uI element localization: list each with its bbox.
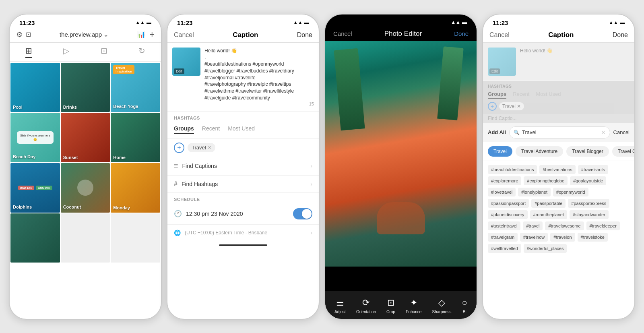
- find-captions-row[interactable]: ≡ Find Captions ›: [167, 157, 319, 176]
- tab-refresh[interactable]: ↻: [138, 46, 145, 58]
- grid-item-bottom[interactable]: [10, 213, 60, 263]
- cancel-button[interactable]: Cancel: [174, 31, 194, 39]
- hashtags-section-label: HASHTAGS: [167, 112, 319, 122]
- ht-wonderful-places[interactable]: #wonderful_places: [524, 244, 567, 253]
- add-icon[interactable]: +: [149, 30, 155, 39]
- chip-travel-blogger[interactable]: Travel Blogger: [566, 146, 609, 157]
- schedule-tz-row[interactable]: 🌐 (UTC +10:00) Eastern Time - Brisbane ›: [167, 225, 319, 241]
- wifi-icon-2: ▲▲: [293, 20, 303, 25]
- ht-travelon[interactable]: #travelon: [550, 233, 575, 242]
- tab-recent[interactable]: Recent: [202, 125, 220, 134]
- ht-passportable[interactable]: #passportable: [531, 199, 566, 208]
- tool-crop[interactable]: ⊡ Crop: [386, 298, 395, 314]
- find-hashtags-row[interactable]: # Find Hashtags ›: [167, 176, 319, 193]
- grid-label-coconut: Coconut: [63, 205, 81, 209]
- ht-travel[interactable]: #travel: [523, 221, 543, 230]
- ht-bestvacations[interactable]: #bestvacations: [539, 165, 575, 174]
- pe-cancel-button[interactable]: Cancel: [333, 30, 352, 37]
- battery-icon-4: ▬: [620, 20, 625, 25]
- schedule-time-value: 12:30 pm 23 Nov 2020: [186, 211, 243, 217]
- phone4-overlay-section: HASHTAGS Groups Recent Most Used + Trave…: [483, 81, 634, 114]
- tool-adjust[interactable]: ⚌ Adjust: [334, 298, 346, 314]
- grid-item-empty2: [111, 213, 160, 263]
- travel-chip-label: Travel: [192, 145, 206, 151]
- grid-item-drinks[interactable]: Drinks: [61, 63, 110, 112]
- ht-tasteintravel[interactable]: #tasteintravel: [488, 221, 520, 230]
- grid-label-dolphins: Dolphins: [13, 205, 32, 209]
- edit-label[interactable]: Edit: [174, 68, 184, 74]
- tab-most-used[interactable]: Most Used: [228, 125, 255, 134]
- chip-travel[interactable]: Travel: [488, 146, 512, 157]
- phone4-done[interactable]: Done: [613, 31, 628, 39]
- ht-exploremore[interactable]: #exploremore: [488, 176, 521, 185]
- ht-travelstoke[interactable]: #travelstoke: [578, 233, 608, 242]
- done-button[interactable]: Done: [297, 31, 312, 39]
- schedule-toggle[interactable]: [293, 208, 312, 219]
- tab-grid[interactable]: ⊞: [25, 46, 32, 58]
- status-bar-1: 11:23 ▲▲ ▬: [10, 14, 161, 28]
- ht-travelnow[interactable]: #travelnow: [520, 233, 548, 242]
- phone-2: 11:23 ▲▲ ▬ Cancel Caption Done Edit Hell…: [167, 14, 320, 320]
- hashtag-search-input[interactable]: 🔍 Travel ✕: [509, 126, 610, 139]
- ht-openmyworld[interactable]: #openmyworld: [553, 188, 588, 196]
- ht-travelgram[interactable]: #travelgram: [488, 233, 518, 242]
- phone4-post-area: Edit Hello world! 👋: [483, 43, 634, 81]
- ht-passionpassport[interactable]: #passionpassport: [488, 199, 529, 208]
- ht-lonelyplanet[interactable]: #lonelyplanet: [518, 188, 551, 196]
- tool-bl[interactable]: ○ Bl: [462, 298, 467, 314]
- ht-passportexpress[interactable]: #passportexpress: [568, 199, 609, 208]
- ht-beautifuldestinations[interactable]: #beautifuldestinations: [488, 165, 537, 174]
- ht-roamtheplanet[interactable]: #roamtheplanet: [530, 210, 567, 219]
- grid-item-home[interactable]: Home: [111, 113, 160, 162]
- find-captions-icon: ≡: [174, 162, 178, 170]
- grid-item-coconut[interactable]: Coconut: [61, 163, 110, 213]
- grid-label-monday: Monday: [113, 205, 130, 210]
- ht-lovetravel[interactable]: #lovetravel: [488, 188, 516, 196]
- grid-label-home: Home: [113, 155, 126, 160]
- tab-video[interactable]: ▷: [63, 46, 69, 58]
- cancel-search-button[interactable]: Cancel: [613, 129, 630, 135]
- add-group-button[interactable]: +: [174, 143, 184, 153]
- tool-sharpness[interactable]: ◇ Sharpness: [432, 298, 452, 314]
- ht-exploringtheglobe[interactable]: #exploringtheglobe: [524, 176, 568, 185]
- ht-welltravelled[interactable]: #welltravelled: [488, 244, 521, 253]
- phone4-edit: Edit: [489, 68, 500, 74]
- chart-icon[interactable]: 📊: [137, 31, 145, 38]
- pe-done-button[interactable]: Done: [454, 30, 469, 37]
- ht-stayandwander[interactable]: #stayandwander: [570, 210, 609, 219]
- enhance-label: Enhance: [406, 310, 421, 314]
- caption-text[interactable]: Hello world! 👋. #beautifuldestinations #…: [204, 48, 314, 101]
- status-bar-4: 11:23 ▲▲ ▬: [483, 14, 634, 28]
- post-thumbnail[interactable]: Edit: [172, 48, 200, 76]
- tool-orientation[interactable]: ⟳ Orientation: [356, 298, 376, 314]
- grid-item-beach-yoga[interactable]: TravelInspiration Beach Yoga: [111, 63, 160, 112]
- grid-label-drinks: Drinks: [63, 105, 77, 110]
- ht-travelawesome[interactable]: #travelawesome: [545, 221, 584, 230]
- remove-travel-chip[interactable]: ✕: [208, 145, 211, 150]
- grid-item-sunset[interactable]: Sunset: [61, 113, 110, 162]
- tool-enhance[interactable]: ✦ Enhance: [406, 298, 421, 314]
- status-bar-2: 11:23 ▲▲ ▬: [167, 14, 319, 28]
- ht-traveldeeper[interactable]: #traveldeeper: [586, 221, 620, 230]
- home-bar-2: [167, 241, 319, 248]
- phone4-cancel[interactable]: Cancel: [489, 31, 510, 39]
- grid-item-beach-day[interactable]: Slide if you're seen here😊 Beach Day: [10, 113, 60, 162]
- travel-chip[interactable]: Travel ✕: [188, 143, 215, 152]
- ht-travelshots[interactable]: #travelshots: [578, 165, 608, 174]
- tab-stories[interactable]: ⊡: [101, 46, 107, 58]
- time-2: 11:23: [177, 19, 192, 26]
- photo-icon[interactable]: ⊡: [26, 31, 31, 38]
- tab-groups[interactable]: Groups: [174, 125, 194, 134]
- timezone-chevron: ›: [310, 230, 312, 236]
- chip-travel-co[interactable]: Travel Co: [612, 146, 634, 157]
- phone4-thumbnail: Edit: [488, 48, 516, 76]
- grid-item-dolphins[interactable]: USD 12% AUS 89% Dolphins: [10, 163, 60, 213]
- clear-search-button[interactable]: ✕: [601, 129, 606, 136]
- ht-goplayoutside[interactable]: #goplayoutside: [570, 176, 606, 185]
- gear-icon[interactable]: ⚙: [16, 30, 23, 39]
- chip-travel-adventure[interactable]: Travel Adventure: [516, 146, 563, 157]
- add-all-button[interactable]: Add All: [488, 129, 506, 135]
- grid-item-monday[interactable]: Monday: [111, 163, 160, 213]
- grid-item-pool[interactable]: Pool: [10, 63, 60, 112]
- ht-planetdiscovery[interactable]: #planetdiscovery: [488, 210, 528, 219]
